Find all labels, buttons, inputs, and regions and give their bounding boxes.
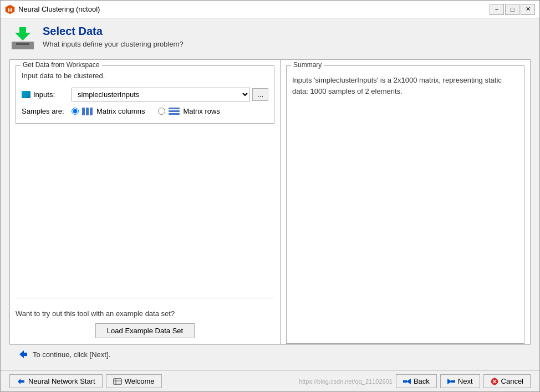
cancel-icon bbox=[491, 378, 498, 385]
divider bbox=[16, 298, 274, 298]
samples-row: Samples are: Matrix columns bbox=[22, 107, 268, 115]
welcome-label: Welcome bbox=[125, 377, 155, 385]
page-subtitle: What inputs define your clustering probl… bbox=[43, 40, 184, 48]
cancel-label: Cancel bbox=[501, 377, 523, 385]
matlab-icon: M bbox=[5, 4, 15, 14]
back-label: Back bbox=[414, 377, 430, 385]
browse-button[interactable]: ... bbox=[252, 88, 268, 101]
radio-group: Matrix columns Matrix rows bbox=[72, 107, 220, 115]
left-panel: Get Data from Workspace Input data to be… bbox=[10, 60, 281, 344]
svg-rect-5 bbox=[82, 108, 85, 115]
svg-marker-11 bbox=[19, 350, 27, 358]
rows-icon bbox=[169, 108, 180, 115]
svg-text:M: M bbox=[8, 7, 12, 13]
svg-rect-8 bbox=[169, 108, 180, 109]
right-panel: Summary Inputs 'simpleclusterInputs' is … bbox=[281, 60, 530, 344]
svg-rect-17 bbox=[403, 380, 407, 383]
samples-label: Samples are: bbox=[22, 107, 72, 115]
continue-arrow-icon bbox=[18, 349, 28, 359]
nn-start-icon bbox=[17, 378, 26, 385]
header-section: Select Data What inputs define your clus… bbox=[9, 25, 531, 52]
inputs-select[interactable]: simpleclusterInputs bbox=[72, 88, 250, 101]
svg-rect-13 bbox=[114, 379, 121, 384]
load-example-button[interactable]: Load Example Data Set bbox=[95, 323, 195, 338]
svg-marker-18 bbox=[447, 379, 452, 384]
maximize-button[interactable]: □ bbox=[505, 4, 519, 15]
window-title: Neural Clustering (nctool) bbox=[18, 5, 490, 13]
inputs-row: Inputs: simpleclusterInputs ... bbox=[22, 88, 268, 101]
svg-rect-10 bbox=[169, 113, 180, 115]
content-area: Select Data What inputs define your clus… bbox=[1, 18, 539, 370]
svg-marker-12 bbox=[18, 379, 24, 384]
workspace-group: Get Data from Workspace Input data to be… bbox=[16, 65, 274, 124]
title-bar: M Neural Clustering (nctool) − □ ✕ bbox=[1, 1, 539, 18]
radio-rows-option[interactable]: Matrix rows bbox=[158, 107, 220, 115]
nn-start-button[interactable]: Neural Network Start bbox=[9, 374, 103, 388]
radio-columns-option[interactable]: Matrix columns bbox=[72, 107, 145, 115]
inputs-select-wrapper: simpleclusterInputs bbox=[72, 88, 250, 101]
back-button[interactable]: Back bbox=[396, 374, 437, 388]
summary-title: Summary bbox=[291, 61, 324, 69]
back-icon bbox=[403, 378, 411, 385]
svg-rect-6 bbox=[86, 108, 89, 115]
svg-marker-3 bbox=[15, 27, 30, 40]
welcome-button[interactable]: Welcome bbox=[106, 374, 162, 388]
workspace-group-title: Get Data from Workspace bbox=[21, 61, 102, 69]
continue-bar: To continue, click [Next]. bbox=[9, 344, 531, 364]
select-data-icon bbox=[9, 25, 36, 52]
inputs-label: Inputs: bbox=[22, 90, 72, 99]
svg-rect-7 bbox=[90, 108, 93, 115]
nn-start-label: Neural Network Start bbox=[28, 377, 95, 385]
welcome-icon bbox=[113, 378, 122, 385]
radio-columns-label: Matrix columns bbox=[96, 107, 145, 115]
header-text: Select Data What inputs define your clus… bbox=[43, 25, 184, 48]
inputs-icon bbox=[22, 91, 30, 98]
radio-columns[interactable] bbox=[72, 108, 79, 115]
next-button[interactable]: Next bbox=[440, 374, 480, 388]
description-text: Input data to be clustered. bbox=[22, 72, 268, 80]
summary-group: Summary Inputs 'simpleclusterInputs' is … bbox=[286, 65, 524, 344]
svg-rect-4 bbox=[16, 43, 29, 45]
svg-marker-16 bbox=[406, 379, 411, 384]
continue-text: To continue, click [Next]. bbox=[33, 350, 522, 359]
columns-icon bbox=[82, 108, 93, 115]
radio-rows-label: Matrix rows bbox=[183, 107, 220, 115]
bottom-bar: Neural Network Start Welcome https://blo… bbox=[1, 370, 539, 391]
watermark: https://blog.csdn.net/qq_21102601 bbox=[299, 378, 393, 385]
page-title: Select Data bbox=[43, 25, 184, 38]
cancel-button[interactable]: Cancel bbox=[483, 374, 531, 388]
example-section: Want to try out this tool with an exampl… bbox=[10, 304, 280, 344]
main-window: M Neural Clustering (nctool) − □ ✕ Selec… bbox=[0, 0, 540, 392]
close-button[interactable]: ✕ bbox=[521, 4, 535, 15]
example-text: Want to try out this tool with an exampl… bbox=[16, 309, 274, 318]
radio-rows[interactable] bbox=[158, 108, 165, 115]
main-panels: Get Data from Workspace Input data to be… bbox=[9, 59, 531, 344]
next-icon bbox=[447, 378, 455, 385]
svg-rect-9 bbox=[169, 110, 180, 112]
svg-rect-19 bbox=[451, 380, 455, 383]
next-label: Next bbox=[458, 377, 473, 385]
title-bar-controls: − □ ✕ bbox=[490, 4, 535, 15]
minimize-button[interactable]: − bbox=[490, 4, 504, 15]
summary-text: Inputs 'simpleclusterInputs' is a 2x1000… bbox=[292, 75, 518, 96]
